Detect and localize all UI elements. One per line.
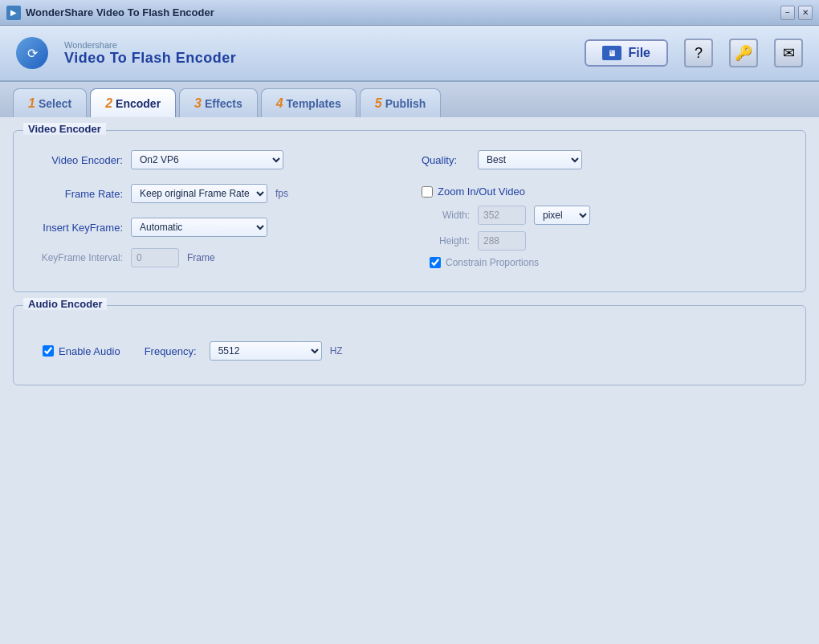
zoom-checkbox[interactable] — [422, 186, 433, 198]
height-input — [478, 231, 526, 251]
title-bar: ▶ WonderShare Video To Flash Encoder − ✕ — [0, 0, 819, 26]
keyframe-interval-input — [131, 248, 179, 267]
audio-encoder-section: Audio Encoder Enable Audio Frequency: 55… — [13, 305, 806, 385]
pixel-select[interactable]: pixel percent — [534, 206, 590, 225]
frequency-row: Frequency: 5512 11025 22050 44100 HZ — [145, 341, 343, 361]
tab-label-publish: Publish — [385, 97, 426, 110]
zoom-section: Zoom In/Out Video Width: pixel percent — [422, 185, 793, 268]
window-controls: − ✕ — [780, 6, 813, 20]
tab-encoder[interactable]: 2 Encoder — [90, 88, 176, 117]
enable-audio-label: Enable Audio — [59, 345, 120, 357]
tab-publish[interactable]: 5 Publish — [360, 88, 441, 117]
audio-encoder-section-title: Audio Encoder — [23, 298, 107, 310]
tab-label-encoder: Encoder — [116, 97, 161, 110]
audio-encoder-row: Enable Audio Frequency: 5512 11025 22050… — [26, 333, 793, 369]
app-title-group: Wondershare Video To Flash Encoder — [64, 40, 236, 67]
tab-label-select: Select — [39, 97, 71, 110]
file-button[interactable]: 🖥 File — [585, 39, 668, 67]
video-encoder-section-title: Video Encoder — [23, 123, 106, 135]
hz-label: HZ — [330, 345, 343, 357]
tab-select[interactable]: 1 Select — [13, 88, 87, 117]
zoom-label: Zoom In/Out Video — [438, 185, 525, 198]
insert-keyframe-label: Insert KeyFrame: — [26, 222, 123, 234]
keyframe-interval-label: KeyFrame Interval: — [26, 252, 123, 263]
height-row: Height: — [430, 231, 793, 251]
tab-num-templates: 4 — [276, 96, 283, 111]
tab-label-effects: Effects — [205, 97, 242, 110]
width-input — [478, 206, 526, 225]
video-encoder-right: Quality: Best High Medium Low Zoom In/Ou… — [422, 150, 793, 279]
file-button-icon: 🖥 — [602, 46, 621, 60]
app-main-title: Video To Flash Encoder — [64, 50, 236, 67]
tab-templates[interactable]: 4 Templates — [261, 88, 357, 117]
frame-label: Frame — [187, 252, 215, 263]
width-label: Width: — [430, 210, 470, 221]
frame-rate-row: Frame Rate: Keep original Frame Rate 10 … — [26, 184, 397, 203]
app-sub-title: Wondershare — [64, 40, 236, 50]
app-icon: ▶ — [6, 6, 21, 20]
app-header: ⟳ Wondershare Video To Flash Encoder 🖥 F… — [0, 26, 819, 82]
tab-effects[interactable]: 3 Effects — [179, 88, 258, 117]
video-encoder-label: Video Encoder: — [26, 154, 123, 166]
video-encoder-row: Video Encoder: On2 VP6 Sorenson Spark Sc… — [26, 150, 397, 169]
quality-row: Quality: Best High Medium Low — [422, 150, 793, 169]
frequency-label: Frequency: — [145, 345, 197, 357]
minimize-button[interactable]: − — [780, 6, 795, 20]
fps-label: fps — [275, 188, 288, 199]
video-encoder-select[interactable]: On2 VP6 Sorenson Spark Screen Video — [131, 150, 283, 169]
video-encoder-left: Video Encoder: On2 VP6 Sorenson Spark Sc… — [26, 150, 397, 279]
insert-keyframe-row: Insert KeyFrame: Automatic Every N Frame… — [26, 218, 397, 237]
constrain-checkbox[interactable] — [430, 257, 441, 268]
tab-num-encoder: 2 — [105, 96, 112, 111]
tab-label-templates: Templates — [287, 97, 341, 110]
close-button[interactable]: ✕ — [798, 6, 813, 20]
file-button-label: File — [628, 46, 650, 60]
app-logo-icon: ⟳ — [16, 37, 48, 69]
frame-rate-label: Frame Rate: — [26, 188, 123, 200]
frequency-select[interactable]: 5512 11025 22050 44100 — [210, 341, 322, 361]
zoom-checkbox-row: Zoom In/Out Video — [422, 185, 793, 198]
constrain-label: Constrain Proportions — [446, 257, 539, 268]
tab-num-publish: 5 — [375, 96, 382, 111]
help-button[interactable]: ? — [684, 39, 713, 67]
video-encoder-section: Video Encoder Video Encoder: On2 VP6 Sor… — [13, 130, 806, 292]
tab-num-select: 1 — [28, 96, 35, 111]
key-button[interactable]: 🔑 — [729, 39, 758, 67]
width-row: Width: pixel percent — [430, 206, 793, 225]
window-title: WonderShare Video To Flash Encoder — [26, 6, 780, 18]
tab-bar: 1 Select 2 Encoder 3 Effects 4 Templates… — [0, 82, 819, 117]
insert-keyframe-select[interactable]: Automatic Every N Frames — [131, 218, 267, 237]
frame-rate-select[interactable]: Keep original Frame Rate 10 15 20 25 30 — [131, 184, 267, 203]
email-button[interactable]: ✉ — [774, 39, 803, 67]
enable-audio-checkbox[interactable] — [43, 345, 54, 357]
height-label: Height: — [430, 235, 470, 247]
constrain-row: Constrain Proportions — [430, 257, 793, 268]
main-content: Video Encoder Video Encoder: On2 VP6 Sor… — [0, 117, 819, 644]
enable-audio-row: Enable Audio — [43, 345, 120, 357]
keyframe-interval-row: KeyFrame Interval: Frame — [26, 248, 397, 267]
quality-select[interactable]: Best High Medium Low — [478, 150, 582, 169]
quality-label: Quality: — [422, 154, 470, 166]
tab-num-effects: 3 — [194, 96, 202, 111]
